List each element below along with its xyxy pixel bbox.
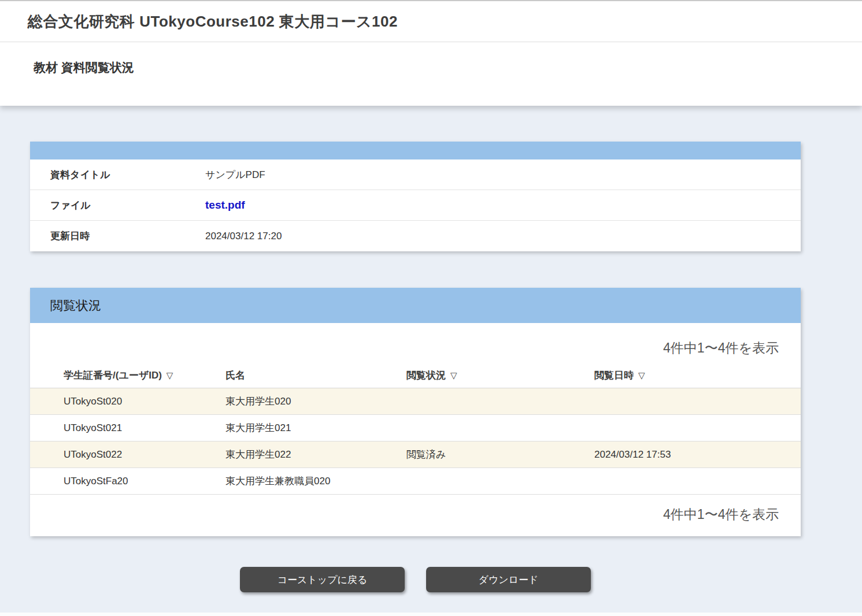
material-title-row: 資料タイトル サンプルPDF — [30, 159, 801, 190]
download-button[interactable]: ダウンロード — [426, 567, 591, 592]
back-to-course-top-button[interactable]: コーストップに戻る — [240, 567, 405, 592]
cell-user-id: UTokyoSt020 — [30, 396, 225, 407]
cell-user-id: UTokyoSt022 — [30, 449, 225, 461]
table-row: UTokyoSt022 東大用学生022 閲覧済み 2024/03/12 17:… — [30, 441, 801, 468]
cell-viewed-at: 2024/03/12 17:53 — [594, 449, 801, 461]
page-title: 教材 資料閲覧状況 — [0, 42, 862, 106]
page-header: 総合文化研究科 UTokyoCourse102 東大用コース102 教材 資料閲… — [0, 0, 862, 106]
main-content: 資料タイトル サンプルPDF ファイル test.pdf 更新日時 2024/0… — [0, 142, 862, 592]
pagination-info-top: 4件中1〜4件を表示 — [30, 323, 801, 363]
course-header-title: 総合文化研究科 UTokyoCourse102 東大用コース102 — [0, 1, 862, 42]
cell-name: 東大用学生022 — [225, 448, 406, 461]
column-header-viewed-at[interactable]: 閲覧日時▽ — [594, 369, 801, 382]
material-updated-label: 更新日時 — [30, 229, 205, 243]
section-title-bar: 閲覧状況 — [30, 288, 801, 323]
material-info-panel: 資料タイトル サンプルPDF ファイル test.pdf 更新日時 2024/0… — [30, 142, 801, 251]
pagination-info-bottom: 4件中1〜4件を表示 — [30, 495, 801, 536]
material-title-value: サンプルPDF — [205, 168, 265, 181]
material-updated-value: 2024/03/12 17:20 — [205, 231, 282, 242]
cell-status: 閲覧済み — [406, 448, 594, 461]
column-header-status[interactable]: 閲覧状況▽ — [406, 369, 594, 382]
file-link[interactable]: test.pdf — [205, 199, 245, 211]
section-title: 閲覧状況 — [50, 297, 101, 314]
material-updated-row: 更新日時 2024/03/12 17:20 — [30, 221, 801, 251]
cell-name: 東大用学生兼教職員020 — [225, 474, 406, 488]
table-row: UTokyoStFa20 東大用学生兼教職員020 — [30, 468, 801, 495]
panel-accent-bar — [30, 142, 801, 159]
sort-icon[interactable]: ▽ — [450, 370, 457, 381]
column-header-name: 氏名 — [225, 369, 406, 382]
cell-user-id: UTokyoStFa20 — [30, 476, 225, 487]
sort-icon[interactable]: ▽ — [167, 370, 173, 381]
table-header-row: 学生証番号/(ユーザID)▽ 氏名 閲覧状況▽ 閲覧日時▽ — [30, 363, 801, 388]
sort-icon[interactable]: ▽ — [638, 370, 645, 381]
material-file-row: ファイル test.pdf — [30, 190, 801, 221]
bottom-strip — [0, 613, 862, 616]
cell-name: 東大用学生020 — [225, 395, 406, 408]
table-row: UTokyoSt021 東大用学生021 — [30, 415, 801, 441]
material-title-label: 資料タイトル — [30, 168, 205, 181]
table-row: UTokyoSt020 東大用学生020 — [30, 388, 801, 415]
action-buttons-row: コーストップに戻る ダウンロード — [30, 567, 801, 592]
cell-name: 東大用学生021 — [225, 421, 406, 435]
viewing-status-panel: 閲覧状況 4件中1〜4件を表示 学生証番号/(ユーザID)▽ 氏名 閲覧状況▽ … — [30, 288, 801, 536]
column-header-user-id[interactable]: 学生証番号/(ユーザID)▽ — [30, 369, 225, 382]
material-file-label: ファイル — [30, 199, 205, 212]
cell-user-id: UTokyoSt021 — [30, 422, 225, 434]
